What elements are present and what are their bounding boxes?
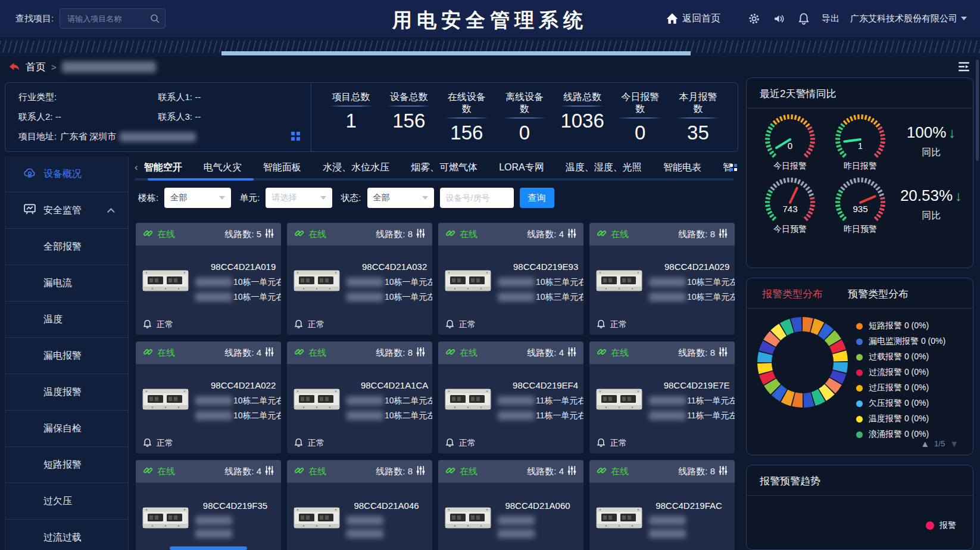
back-arrow-icon[interactable] <box>8 62 20 73</box>
legend-item[interactable]: 欠压报警 0 (0%) <box>856 398 945 409</box>
sidebar-item-label: 设备概况 <box>43 168 82 181</box>
location-redacted <box>498 529 535 538</box>
settings-gear-icon[interactable] <box>747 11 761 26</box>
tab-8[interactable]: 智能电表 <box>663 161 701 174</box>
device-location-line <box>498 516 578 525</box>
legend-item[interactable]: 短路报警 0 (0%) <box>856 321 945 331</box>
sliders-icon[interactable] <box>416 228 425 240</box>
device-card[interactable]: 在线线路数: 898CC4D21A1CA10栋二单元左...10栋二单元左...… <box>287 341 432 453</box>
device-card-footer: 正常 <box>438 315 583 335</box>
breadcrumb-home-link[interactable]: 首页 <box>26 60 46 74</box>
device-card[interactable]: 在线线路数: 898CC4D219FAC正常 <box>589 460 735 550</box>
sliders-icon[interactable] <box>265 347 274 359</box>
chevron-down-icon <box>219 196 225 200</box>
device-card[interactable]: 在线线路数: 498CC4D219F35正常 <box>136 460 281 550</box>
device-card[interactable]: 在线线路数: 598CC4D21A01910栋一单元右...10栋一单元右...… <box>136 223 281 335</box>
tab-7[interactable]: 温度、湿度、光照 <box>566 161 642 174</box>
legend-label: 漏电监测报警 0 (0%) <box>869 336 945 347</box>
tab-alarm-distribution[interactable]: 报警类型分布 <box>762 287 823 301</box>
more-tabs-grid-icon[interactable] <box>730 164 737 171</box>
page-down-icon[interactable]: ▼ <box>950 439 959 449</box>
sliders-icon[interactable] <box>719 228 728 240</box>
tab-5[interactable]: 烟雾、可燃气体 <box>411 161 477 174</box>
sidebar-subitem[interactable]: 漏电流 <box>5 265 128 302</box>
tabs-scrollbar-thumb[interactable] <box>148 178 254 181</box>
sidebar-subitem[interactable]: 漏电报警 <box>5 338 128 374</box>
legend-item[interactable]: 过流报警 0 (0%) <box>856 367 945 378</box>
svg-text:743: 743 <box>782 204 797 214</box>
sidebar-subitem-label: 全部报警 <box>43 241 82 253</box>
notification-bell-icon[interactable] <box>797 11 811 26</box>
sidebar-item-device-overview[interactable]: 设备概况 <box>5 156 128 192</box>
legend-item[interactable]: 过载报警 0 (0%) <box>856 352 945 362</box>
unit-select[interactable]: 请选择 <box>266 188 332 208</box>
line-count-text: 线路数: 8 <box>678 466 715 477</box>
sliders-icon[interactable] <box>567 465 576 477</box>
device-location-line: 10栋一单元右... <box>195 277 281 288</box>
sidebar-subitem[interactable]: 温度 <box>5 302 128 338</box>
sidebar-subitem[interactable]: 过流过载 <box>5 520 128 550</box>
device-card[interactable]: 在线线路数: 498CC4D21A060正常 <box>438 460 583 550</box>
location-redacted <box>649 278 686 287</box>
device-number-input[interactable] <box>440 188 514 208</box>
company-selector[interactable]: 广东艾科技术股份有限公司 <box>850 13 967 24</box>
device-card[interactable]: 在线线路数: 898CC4D21A046正常 <box>287 460 432 550</box>
tab-4[interactable]: 水浸、水位水压 <box>323 161 389 174</box>
vertical-scrollbar-thumb[interactable] <box>976 60 979 161</box>
export-button[interactable]: 导出 <box>822 13 839 24</box>
bell-icon <box>143 438 152 449</box>
device-card[interactable]: 在线线路数: 898CC4D21A02910栋三单元左...10栋三单元左...… <box>589 223 735 335</box>
legend-item[interactable]: 温度报警 0 (0%) <box>856 414 945 424</box>
sidebar-subitem[interactable]: 漏保自检 <box>5 411 128 447</box>
legend-item[interactable]: 漏电监测报警 0 (0%) <box>856 336 945 347</box>
building-select[interactable]: 全部 <box>164 188 231 208</box>
search-icon[interactable] <box>149 13 160 26</box>
tab-1[interactable]: 智能空开 <box>144 161 182 174</box>
sidebar-subitem[interactable]: 全部报警 <box>5 229 128 265</box>
back-home-button[interactable]: 返回首页 <box>666 13 720 25</box>
tab-2[interactable]: 电气火灾 <box>204 161 242 174</box>
sidebar-subitem[interactable]: 短路报警 <box>5 447 128 483</box>
online-status: 在线 <box>143 228 175 240</box>
tabs-scroll-left-icon[interactable]: ‹ <box>135 161 138 173</box>
collapse-panel-icon[interactable] <box>957 61 970 74</box>
legend-item[interactable]: 过压报警 0 (0%) <box>856 383 945 393</box>
sliders-icon[interactable] <box>416 465 425 477</box>
layout-grid-icon[interactable] <box>291 132 300 141</box>
status-select[interactable]: 全部 <box>367 188 434 208</box>
horizontal-scrollbar-thumb[interactable] <box>170 546 247 550</box>
tab-warning-distribution[interactable]: 预警类型分布 <box>848 287 909 301</box>
query-button[interactable]: 查询 <box>520 188 554 208</box>
page-up-icon[interactable]: ▲ <box>920 439 929 449</box>
device-card[interactable]: 在线线路数: 498CC4D219EF411栋一单元右...11栋一单元右...… <box>438 341 583 453</box>
sidebar-subitem[interactable]: 温度报警 <box>5 374 128 411</box>
device-card[interactable]: 在线线路数: 898CC4D21A03210栋一单元左...10栋一单元左...… <box>287 223 432 335</box>
device-location-line <box>649 516 729 525</box>
line-count: 线路数: 4 <box>224 465 274 477</box>
online-label: 在线 <box>308 229 326 240</box>
device-card[interactable]: 在线线路数: 498CC4D219E9310栋三单元右...10栋三单元右...… <box>438 223 583 335</box>
project-search-box[interactable] <box>60 8 166 29</box>
sliders-icon[interactable] <box>719 347 728 359</box>
speaker-icon[interactable] <box>772 11 786 26</box>
device-card[interactable]: 在线线路数: 498CC4D21A02210栋二单元右...10栋二单元右...… <box>136 341 281 453</box>
tab-3[interactable]: 智能面板 <box>263 161 301 174</box>
sidebar-item-safety-monitor[interactable]: 安全监管 <box>5 192 128 229</box>
sliders-icon[interactable] <box>265 228 274 240</box>
stat-label: 离线设备数 <box>503 91 546 115</box>
top-header: 查找项目: 用电安全管理系统 返回首页 导出 <box>0 0 980 37</box>
device-card[interactable]: 在线线路数: 898CC4D219E7E11栋一单元左...11栋一单元左...… <box>589 341 735 453</box>
sliders-icon[interactable] <box>567 347 576 359</box>
sidebar-subitem[interactable]: 过欠压 <box>5 483 128 520</box>
stat-item: 今日报警数0 <box>613 91 667 144</box>
device-location-line: 11栋一单元左... <box>649 396 735 406</box>
link-icon <box>445 465 455 477</box>
sliders-icon[interactable] <box>719 465 728 477</box>
sliders-icon[interactable] <box>567 228 576 240</box>
tab-6[interactable]: LORA专网 <box>499 161 544 174</box>
search-input[interactable] <box>60 14 189 23</box>
sliders-icon[interactable] <box>416 347 425 359</box>
online-label: 在线 <box>611 347 629 359</box>
sliders-icon[interactable] <box>265 465 274 477</box>
line-count: 线路数: 4 <box>527 347 576 359</box>
